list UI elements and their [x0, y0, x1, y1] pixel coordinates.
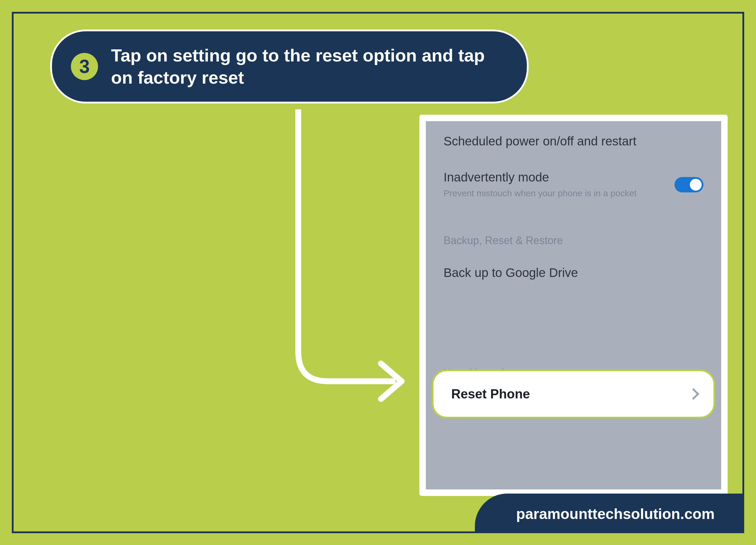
- setting-subtitle: Prevent mistouch when your phone is in a…: [444, 187, 666, 199]
- setting-row-scheduled-power[interactable]: Scheduled power on/off and restart: [426, 121, 721, 161]
- step-number-badge: 3: [71, 53, 98, 80]
- setting-label: Scheduled power on/off and restart: [444, 134, 695, 148]
- chevron-right-icon: [687, 388, 699, 400]
- step-instruction-text: Tap on setting go to the reset option an…: [111, 44, 500, 89]
- phone-settings-screen: Scheduled power on/off and restart Inadv…: [426, 121, 721, 489]
- setting-row-inadvertently-mode[interactable]: Inadvertently mode Prevent mistouch when…: [426, 161, 721, 211]
- setting-label: Back up to Google Drive: [444, 266, 695, 280]
- setting-row-backup-google-drive[interactable]: Back up to Google Drive: [426, 253, 721, 293]
- toggle-switch-on[interactable]: [674, 177, 703, 192]
- setting-row-reset-phone[interactable]: Reset Phone: [432, 370, 715, 419]
- step-instruction-pill: 3 Tap on setting go to the reset option …: [50, 30, 529, 103]
- footer-site-label: paramounttechsolution.com: [475, 494, 744, 533]
- setting-label: Inadvertently mode: [444, 170, 666, 184]
- setting-label: Reset Phone: [451, 387, 530, 401]
- phone-screenshot-frame: Scheduled power on/off and restart Inadv…: [419, 115, 728, 496]
- section-header-backup: Backup, Reset & Restore: [426, 219, 721, 253]
